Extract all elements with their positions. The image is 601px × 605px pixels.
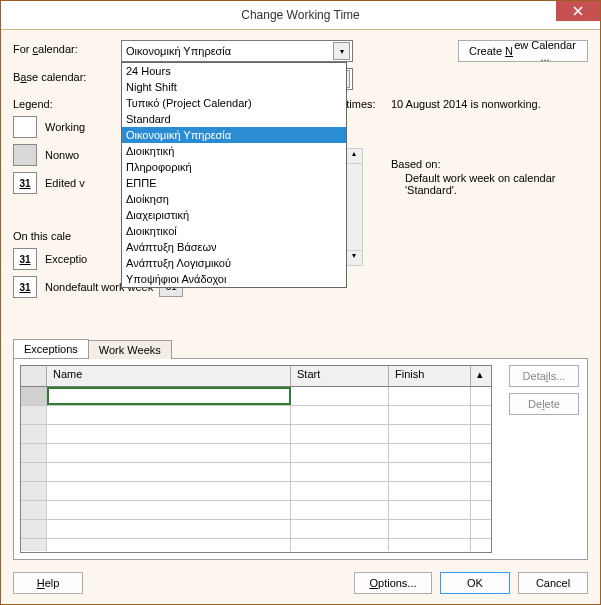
help-button[interactable]: Help [13,572,83,594]
col-name[interactable]: Name [47,366,291,386]
ok-button[interactable]: OK [440,572,510,594]
scroll-up-icon: ▴ [346,149,362,164]
cancel-button[interactable]: Cancel [518,572,588,594]
dropdown-option[interactable]: Ανάπτυξη Βάσεων [122,239,346,255]
dropdown-option[interactable]: Standard [122,111,346,127]
dialog-buttons: Help Options... OK Cancel [13,572,588,594]
table-row[interactable] [21,425,491,444]
table-row[interactable] [21,482,491,501]
grid-corner [21,366,47,386]
based-on-panel: Based on: Default work week on calendar … [391,158,590,196]
dropdown-option[interactable]: Διοικητικοί [122,223,346,239]
tab-exceptions[interactable]: Exceptions [13,339,89,358]
for-calendar-label: For calendar: [13,43,78,55]
for-calendar-dropdown[interactable]: 24 HoursNight ShiftΤυπικό (Project Calen… [121,62,347,288]
client-area: For calendar: Οικονομική Υπηρεσία ▾ Crea… [1,30,600,604]
table-row[interactable] [21,463,491,482]
dropdown-option[interactable]: Οικονομική Υπηρεσία [122,127,346,143]
grid-header: Name Start Finish ▴ [21,366,491,387]
dropdown-option[interactable]: ΕΠΠΕ [122,175,346,191]
titlebar: Change Working Time [1,1,600,30]
table-row[interactable] [21,444,491,463]
dropdown-option[interactable]: Ανάπτυξη Λογισμικού [122,255,346,271]
close-icon [573,6,583,16]
tab-work-weeks[interactable]: Work Weeks [88,340,172,359]
dropdown-option[interactable]: Τυπικό (Project Calendar) [122,95,346,111]
details-button[interactable]: Details... [509,365,579,387]
calendar-scrollbar[interactable]: ▴ ▾ [345,148,363,266]
dropdown-option[interactable]: 24 Hours [122,63,346,79]
create-new-calendar-button[interactable]: Create New Calendar ... [458,40,588,62]
working-times-status: 10 August 2014 is nonworking. [391,98,541,110]
legend-nonworking-label: Nonwo [45,149,79,161]
col-start[interactable]: Start [291,366,389,386]
close-button[interactable] [556,1,600,21]
swatch-edited: 31 [13,172,37,194]
swatch-exception: 31 [13,248,37,270]
base-calendar-label: Base calendar: [13,71,86,83]
table-row[interactable] [21,387,491,406]
col-finish[interactable]: Finish [389,366,471,386]
swatch-nondefault: 31 [13,276,37,298]
legend-edited-label: Edited v [45,177,85,189]
for-calendar-value: Οικονομική Υπηρεσία [126,45,231,57]
table-row[interactable] [21,501,491,520]
col-scroll-head: ▴ [471,366,491,386]
dropdown-option[interactable]: Πληροφορική [122,159,346,175]
options-button[interactable]: Options... [354,572,432,594]
scroll-down-icon: ▾ [346,250,362,265]
swatch-working [13,116,37,138]
for-calendar-combo[interactable]: Οικονομική Υπηρεσία ▾ [121,40,353,62]
delete-button[interactable]: Delete [509,393,579,415]
swatch-nonworking [13,144,37,166]
dropdown-option[interactable]: Διαχειριστική [122,207,346,223]
chevron-down-icon: ▾ [333,42,350,60]
legend-working-label: Working [45,121,85,133]
working-times-panel: ng times: 10 August 2014 is nonworking. [331,98,590,110]
dropdown-option[interactable]: Διοίκηση [122,191,346,207]
exceptions-grid[interactable]: Name Start Finish ▴ [20,365,492,553]
dropdown-option[interactable]: Υποψήφιοι Ανάδοχοι [122,271,346,287]
window-title: Change Working Time [241,8,360,22]
based-on-label: Based on: [391,158,590,170]
table-row[interactable] [21,406,491,425]
table-row[interactable] [21,520,491,539]
grid-body[interactable] [21,387,491,551]
based-on-detail: Default work week on calendar 'Standard'… [391,172,590,196]
tabs: Exceptions Work Weeks Name Start Finish … [13,336,588,558]
tab-panel-exceptions: Name Start Finish ▴ Details... Delete [13,358,588,560]
change-working-time-dialog: Change Working Time For calendar: Οικονο… [0,0,601,605]
dropdown-option[interactable]: Διοικητική [122,143,346,159]
dropdown-option[interactable]: Night Shift [122,79,346,95]
table-row[interactable] [21,539,491,551]
legend-exception-label: Exceptio [45,253,87,265]
